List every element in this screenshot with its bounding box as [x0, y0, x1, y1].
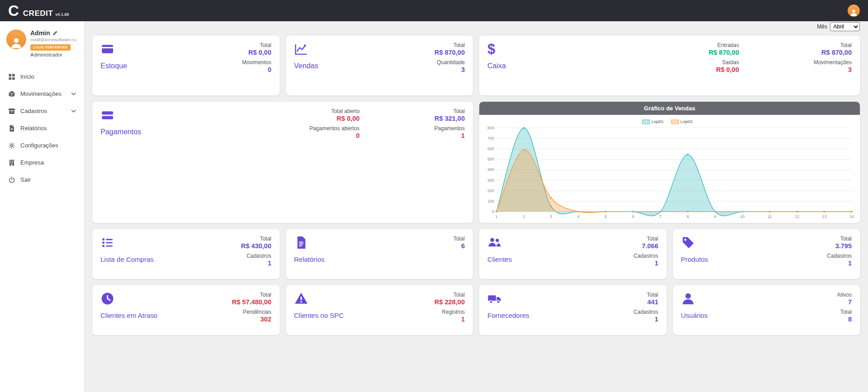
tag-icon	[681, 236, 695, 250]
stat: Saídas R$ 0,00	[716, 59, 739, 73]
profile-avatar[interactable]	[6, 29, 26, 49]
stat-label: Cadastros	[634, 253, 658, 259]
chart-title: Gráfico de Vendas	[479, 102, 860, 115]
card-title: Clientes	[487, 255, 512, 263]
stat: Total 8	[840, 309, 852, 323]
svg-text:300: 300	[487, 178, 494, 183]
user-avatar[interactable]	[848, 5, 860, 17]
svg-text:100: 100	[487, 199, 494, 203]
stat: Ativos 7	[837, 292, 852, 306]
svg-text:12: 12	[795, 214, 799, 219]
sidebar-item-relatorios[interactable]: Relatórios	[5, 120, 80, 137]
card-lista-de-compras[interactable]: Lista de Compras Total R$ 430,00 Cadastr…	[92, 229, 280, 279]
stat-label: Ativos	[837, 292, 852, 298]
credit-card-icon	[100, 108, 114, 122]
stat: Cadastros 1	[634, 253, 658, 267]
stat-value: 1	[247, 260, 272, 267]
svg-text:6: 6	[632, 214, 634, 219]
svg-text:3: 3	[550, 214, 552, 219]
stat: Cadastros 1	[247, 253, 272, 267]
svg-text:700: 700	[487, 136, 494, 141]
stat-value: R$ 0,00	[716, 66, 739, 73]
stat-value: R$ 870,00	[709, 49, 739, 56]
card-pagamentos[interactable]: Pagamentos Total aberto R$ 0,00 Pagament…	[92, 102, 473, 223]
svg-text:1: 1	[495, 214, 497, 219]
card-relatorios[interactable]: Relatórios Total 6	[286, 229, 473, 279]
sidebar-item-sair[interactable]: Sair	[5, 171, 80, 189]
month-filter: Mês Abril	[92, 22, 860, 31]
warning-icon	[294, 292, 308, 306]
stat-label: Total	[821, 42, 852, 48]
stat-value: 1	[634, 260, 658, 267]
stat-value: R$ 321,00	[434, 115, 465, 122]
card-title: Caixa	[487, 62, 506, 70]
sidebar-item-label: Relatórios	[20, 125, 47, 132]
card-usuarios[interactable]: Usuários Ativos 7 Total 8	[673, 285, 860, 335]
stat: Pagamentos 1	[434, 125, 465, 139]
card-title: Lista de Compras	[100, 255, 154, 263]
card-clientes-em-atraso[interactable]: Clientes em Atraso Total R$ 57.480,00 Pe…	[92, 285, 280, 335]
month-select[interactable]: Abril	[830, 22, 860, 31]
stat: Total R$ 0,00	[248, 42, 272, 56]
app-logo[interactable]: C CREDIT v0.1.88	[8, 3, 69, 18]
stat-label: Total	[241, 236, 272, 242]
chart-body: 0100200300400500600700800123456789101112…	[479, 115, 860, 222]
person-icon	[10, 36, 23, 49]
sidebar-item-empresa[interactable]: Empresa	[5, 154, 80, 171]
stat-label: Total	[434, 292, 465, 298]
sidebar-item-inicio[interactable]: Início	[5, 68, 80, 85]
sidebar-item-movimentacoes[interactable]: Movimentações	[5, 85, 80, 103]
stat: Total 3.795	[835, 236, 852, 250]
sidebar-item-label: Movimentações	[20, 90, 62, 97]
power-icon	[8, 176, 15, 184]
profile-role: Administrador	[30, 52, 78, 57]
list-icon	[100, 236, 114, 250]
card-estoque[interactable]: Estoque Total R$ 0,00 Movimentos 0	[92, 36, 280, 95]
edit-profile-icon[interactable]	[52, 31, 57, 36]
svg-text:5: 5	[605, 214, 607, 219]
stat-label: Total	[232, 292, 271, 298]
profile-email: credit@anronsoftware.co...	[30, 38, 78, 42]
card-caixa[interactable]: $ Caixa Entradas R$ 870,00 Saídas R$ 0,0…	[479, 36, 860, 95]
chevron-down-icon	[71, 92, 76, 95]
chevron-down-icon	[71, 109, 76, 113]
svg-text:400: 400	[487, 167, 494, 172]
stat-value: 6	[453, 242, 465, 250]
svg-text:Loja01: Loja01	[652, 119, 664, 124]
stat-value: 3	[814, 66, 852, 73]
stat: Entradas R$ 870,00	[709, 42, 739, 56]
stat: Total R$ 228,00	[434, 292, 465, 306]
sidebar-item-cadastros[interactable]: Cadastros	[5, 103, 80, 120]
users-icon	[487, 236, 501, 250]
sidebar-item-label: Cadastros	[20, 108, 47, 114]
card-clientes[interactable]: Clientes Total 7.066 Cadastros 1	[479, 229, 667, 279]
stat-label: Pendências	[243, 309, 272, 315]
stat-value: 0	[242, 66, 272, 73]
sidebar-item-configuracoes[interactable]: Configurações	[5, 137, 80, 154]
stat: Total R$ 321,00	[434, 108, 465, 122]
stat: Pagamentos abertos 0	[310, 125, 360, 139]
svg-text:10: 10	[740, 214, 745, 219]
card-title: Estoque	[100, 62, 127, 70]
stat-label: Registros	[442, 309, 465, 315]
stat: Movimentos 0	[242, 59, 272, 73]
card-vendas[interactable]: Vendas Total R$ 870,00 Quantidade 3	[286, 36, 473, 95]
card-produtos[interactable]: Produtos Total 3.795 Cadastros 1	[673, 229, 860, 279]
card-clientes-no-spc[interactable]: Clientes no SPC Total R$ 228,00 Registro…	[286, 285, 473, 335]
truck-icon	[487, 292, 501, 306]
chart-line-icon	[294, 42, 308, 56]
stat-value: 7	[837, 298, 852, 306]
stat-label: Total	[453, 236, 465, 242]
svg-text:800: 800	[487, 126, 494, 130]
card-fornecedores[interactable]: Fornecedores Total 441 Cadastros 1	[479, 285, 667, 335]
month-label: Mês	[817, 24, 827, 30]
stat-label: Total	[647, 292, 658, 298]
svg-text:13: 13	[822, 214, 827, 219]
stat-value: 3	[437, 66, 465, 73]
svg-text:500: 500	[487, 157, 494, 161]
dollar-icon: $	[487, 42, 506, 56]
card-title: Usuários	[681, 312, 708, 319]
svg-text:0: 0	[492, 209, 494, 214]
logo-icon: C	[8, 3, 19, 18]
svg-text:14: 14	[849, 214, 854, 219]
